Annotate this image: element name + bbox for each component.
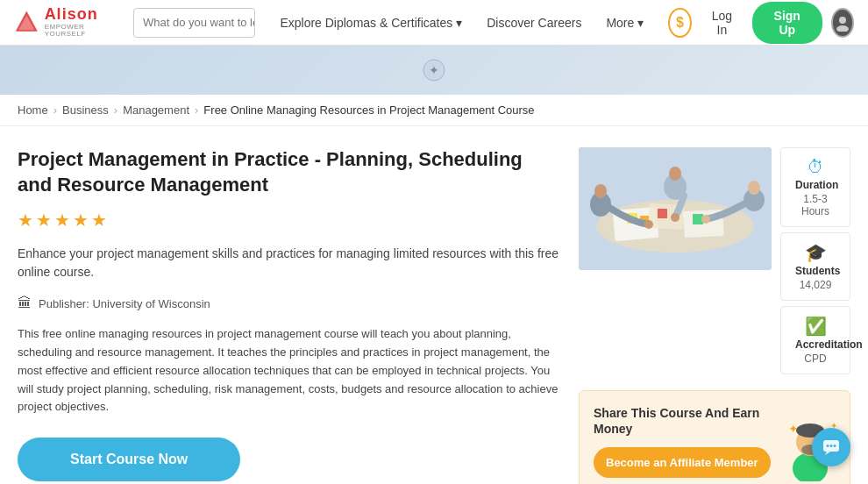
svg-point-22 [748,181,760,195]
breadcrumb: Home › Business › Management › Free Onli… [0,95,868,126]
svg-point-25 [701,215,710,224]
breadcrumb-home[interactable]: Home [18,103,48,117]
svg-point-23 [644,220,653,229]
right-panel: ⏱ Duration 1.5-3 Hours 🎓 Students 14,029… [579,147,850,484]
svg-text:✦: ✦ [788,422,799,436]
course-image [579,147,772,270]
breadcrumb-sep-1: › [53,103,57,117]
course-description: This free online managing resources in p… [18,325,561,416]
nav-right: $ Log In Sign Up [668,2,854,44]
svg-point-38 [834,445,836,447]
logo-name: Alison [45,6,119,24]
stat-duration: ⏱ Duration 1.5-3 Hours [780,147,850,227]
publisher: 🏛 Publisher: University of Wisconsin [18,295,561,311]
star-2: ★ [36,210,52,231]
user-icon [834,14,851,32]
breadcrumb-sep-2: › [114,103,117,117]
svg-text:✦: ✦ [429,63,439,77]
image-stats-row: ⏱ Duration 1.5-3 Hours 🎓 Students 14,029… [579,147,850,380]
dollar-button[interactable]: $ [668,8,691,38]
login-button[interactable]: Log In [701,4,743,42]
course-tagline: Enhance your project management skills a… [18,245,561,281]
svg-point-4 [839,17,846,24]
publisher-icon: 🏛 [18,295,32,311]
duration-icon: ⏱ [795,157,836,177]
stat-duration-value: 1.5-3 Hours [795,193,836,217]
stat-students-value: 14,029 [795,279,836,291]
svg-point-20 [669,167,681,181]
star-rating: ★ ★ ★ ★ ★ [18,210,561,231]
affiliate-left: Share This Course And Earn Money Become … [594,405,771,478]
logo[interactable]: Alison EMPOWER YOURSELF [14,6,119,39]
affiliate-button[interactable]: Become an Affiliate Member [594,447,771,478]
svg-point-18 [594,184,607,198]
chat-button[interactable] [812,428,850,466]
stat-duration-label: Duration [795,179,836,191]
left-panel: Project Management in Practice - Plannin… [18,147,561,484]
nav-more[interactable]: More ▾ [595,9,654,37]
stats-panel: ⏱ Duration 1.5-3 Hours 🎓 Students 14,029… [780,147,850,380]
svg-point-36 [827,445,829,447]
avatar[interactable] [831,8,854,38]
chat-icon [822,438,841,457]
star-3: ★ [54,210,70,231]
breadcrumb-current: Free Online Managing Resources in Projec… [203,103,534,117]
breadcrumb-management[interactable]: Management [123,103,189,117]
course-title: Project Management in Practice - Plannin… [18,147,561,197]
accreditation-icon: ✅ [795,316,836,337]
breadcrumb-business[interactable]: Business [62,103,109,117]
course-image-svg [579,147,772,270]
navbar: Alison EMPOWER YOURSELF Explore Diplomas… [0,0,868,46]
stat-students-label: Students [795,265,836,277]
svg-marker-35 [825,452,830,455]
signup-button[interactable]: Sign Up [752,2,822,44]
nav-careers[interactable]: Discover Careers [476,9,592,37]
start-course-button[interactable]: Start Course Now [18,438,240,481]
star-4: ★ [73,210,89,231]
main-content: Project Management in Practice - Plannin… [0,126,868,484]
stat-students: 🎓 Students 14,029 [780,232,850,301]
publisher-label: Publisher: University of Wisconsin [39,297,210,310]
breadcrumb-sep-3: › [195,103,198,117]
banner-icon: ✦ [421,57,447,83]
search-input[interactable] [134,16,255,29]
alison-logo-icon [14,8,39,36]
affiliate-box: Share This Course And Earn Money Become … [579,390,850,484]
nav-explore[interactable]: Explore Diplomas & Certificates ▾ [269,9,473,37]
chevron-down-icon-more: ▾ [637,16,644,30]
nav-links: Explore Diplomas & Certificates ▾ Discov… [269,9,654,37]
svg-point-24 [671,213,679,222]
stat-accreditation-label: Accreditation [795,338,836,351]
logo-text: Alison EMPOWER YOURSELF [45,6,119,39]
star-5: ★ [91,210,107,231]
stat-accreditation-value: CPD [795,352,836,365]
svg-point-37 [830,445,833,447]
banner: ✦ [0,46,868,95]
logo-tagline: EMPOWER YOURSELF [45,24,119,39]
students-icon: 🎓 [795,242,836,263]
search-box [133,8,255,38]
svg-rect-15 [658,209,667,218]
stat-accreditation: ✅ Accreditation CPD [780,306,850,374]
affiliate-title: Share This Course And Earn Money [594,405,771,437]
chevron-down-icon: ▾ [456,16,462,30]
svg-point-5 [836,25,849,32]
star-1: ★ [18,210,33,231]
